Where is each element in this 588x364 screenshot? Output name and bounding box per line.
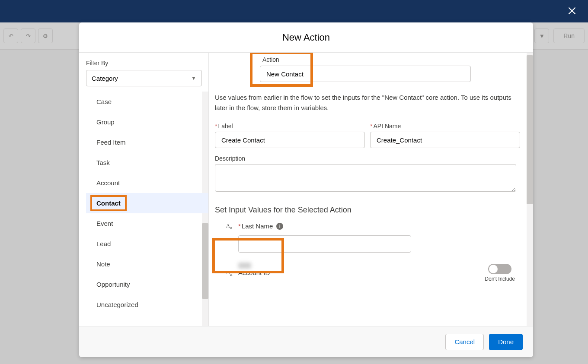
label-input[interactable]: [215, 132, 365, 148]
filter-select[interactable]: Category ▼: [86, 70, 202, 86]
category-list: Case Group Feed Item Task Account Contac…: [86, 92, 208, 326]
category-item-event[interactable]: Event: [86, 213, 208, 234]
filter-panel: Filter By Category ▼ Case Group Feed Ite…: [79, 53, 209, 326]
account-id-toggle[interactable]: [488, 264, 511, 274]
right-scrollbar-thumb[interactable]: [527, 55, 533, 204]
category-item-opportunity[interactable]: Opportunity: [86, 274, 208, 294]
right-scrollbar-track[interactable]: [527, 53, 533, 326]
api-name-field-label: *API Name: [370, 123, 520, 130]
category-item-account[interactable]: Account: [86, 173, 208, 193]
info-icon[interactable]: i: [276, 223, 283, 230]
text-type-icon: Aa: [224, 269, 234, 277]
instruction-text: Use values from earlier in the flow to s…: [215, 92, 520, 113]
last-name-label: *Last Name: [238, 222, 273, 230]
app-top-bar: [0, 0, 588, 22]
input-values-section-title: Set Input Values for the Selected Action: [215, 206, 520, 215]
category-item-feed-item[interactable]: Feed Item: [86, 132, 208, 152]
cancel-button[interactable]: Cancel: [445, 334, 484, 350]
blurred-value: [238, 263, 251, 269]
close-icon[interactable]: [566, 5, 578, 17]
api-name-input[interactable]: [370, 132, 520, 148]
category-scrollbar-thumb[interactable]: [202, 223, 208, 299]
description-textarea[interactable]: [215, 164, 516, 192]
modal-title: New Action: [282, 32, 330, 43]
filter-by-label: Filter By: [86, 60, 208, 66]
new-action-modal: New Action Filter By Category ▼ Case Gro…: [79, 22, 533, 357]
toggle-knob: [489, 265, 498, 273]
last-name-input[interactable]: [238, 235, 411, 253]
category-item-group[interactable]: Group: [86, 112, 208, 132]
done-button[interactable]: Done: [489, 334, 523, 350]
category-item-uncategorized[interactable]: Uncategorized: [86, 294, 208, 315]
category-item-task[interactable]: Task: [86, 152, 208, 173]
action-input[interactable]: New Contact: [260, 66, 471, 82]
filter-select-value: Category: [92, 75, 118, 82]
action-config-panel: Action New Contact Use values from earli…: [209, 53, 533, 326]
category-item-contact[interactable]: Contact: [86, 193, 208, 213]
category-item-lead[interactable]: Lead: [86, 234, 208, 254]
description-label: Description: [215, 155, 520, 162]
label-field-label: *Label: [215, 123, 365, 130]
modal-header: New Action: [79, 22, 533, 53]
action-field-label: Action: [262, 56, 520, 63]
category-item-case[interactable]: Case: [86, 92, 208, 112]
category-item-note[interactable]: Note: [86, 254, 208, 274]
account-id-label: Account ID: [238, 269, 270, 276]
chevron-down-icon: ▼: [191, 75, 196, 81]
toggle-state-text: Don't Include: [485, 276, 515, 282]
modal-footer: Cancel Done: [79, 326, 533, 357]
text-type-icon: Aa: [224, 222, 234, 230]
